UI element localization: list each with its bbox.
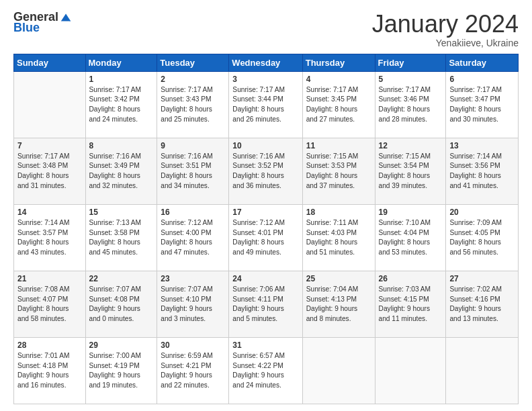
day-info: Sunrise: 6:59 AMSunset: 4:21 PMDaylight:… [161,351,225,391]
day-info: Sunrise: 7:09 AMSunset: 4:05 PMDaylight:… [449,218,515,258]
day-info: Sunrise: 7:01 AMSunset: 4:18 PMDaylight:… [17,351,82,391]
day-number: 31 [232,340,298,350]
day-info: Sunrise: 7:11 AMSunset: 4:03 PMDaylight:… [306,218,371,258]
day-info: Sunrise: 7:16 AMSunset: 3:49 PMDaylight:… [89,152,154,191]
day-info: Sunrise: 7:12 AMSunset: 4:00 PMDaylight:… [161,218,225,258]
page: General Blue January 2024 Yenakiieve, Uk… [0,0,532,411]
calendar-day-cell: 30Sunrise: 6:59 AMSunset: 4:21 PMDayligh… [157,337,229,404]
day-of-week-header: Friday [375,54,446,71]
calendar-day-cell: 17Sunrise: 7:12 AMSunset: 4:01 PMDayligh… [229,204,302,271]
day-info: Sunrise: 7:12 AMSunset: 4:01 PMDaylight:… [232,218,298,258]
day-of-week-header: Tuesday [157,54,229,71]
logo-blue-text: Blue [13,21,40,35]
day-info: Sunrise: 7:17 AMSunset: 3:44 PMDaylight:… [232,85,298,125]
day-of-week-header: Saturday [446,54,519,71]
calendar-day-cell: 26Sunrise: 7:03 AMSunset: 4:15 PMDayligh… [375,271,446,337]
calendar-title: January 2024 [372,11,519,38]
day-info: Sunrise: 7:15 AMSunset: 3:53 PMDaylight:… [306,152,371,191]
day-info: Sunrise: 7:17 AMSunset: 3:46 PMDaylight:… [379,85,443,125]
day-number: 27 [449,274,515,283]
day-number: 6 [449,75,515,84]
calendar-day-cell: 2Sunrise: 7:17 AMSunset: 3:43 PMDaylight… [157,71,229,138]
day-info: Sunrise: 7:14 AMSunset: 3:56 PMDaylight:… [449,152,515,191]
calendar-day-cell: 20Sunrise: 7:09 AMSunset: 4:05 PMDayligh… [446,204,519,271]
day-of-week-header: Sunday [14,54,86,71]
day-number: 1 [89,75,154,84]
calendar-day-cell: 21Sunrise: 7:08 AMSunset: 4:07 PMDayligh… [14,271,86,337]
calendar-day-cell: 7Sunrise: 7:17 AMSunset: 3:48 PMDaylight… [14,138,86,204]
calendar-day-cell: 3Sunrise: 7:17 AMSunset: 3:44 PMDaylight… [229,71,302,138]
calendar-day-cell: 24Sunrise: 7:06 AMSunset: 4:11 PMDayligh… [229,271,302,337]
day-number: 17 [232,208,298,217]
day-number: 20 [449,208,515,217]
day-number: 8 [89,141,154,150]
day-number: 7 [17,141,82,150]
day-number: 3 [232,75,298,84]
calendar-day-cell: 18Sunrise: 7:11 AMSunset: 4:03 PMDayligh… [302,204,375,271]
day-number: 28 [17,340,82,350]
calendar-table: SundayMondayTuesdayWednesdayThursdayFrid… [13,54,519,404]
calendar-day-cell: 16Sunrise: 7:12 AMSunset: 4:00 PMDayligh… [157,204,229,271]
calendar-week-row: 28Sunrise: 7:01 AMSunset: 4:18 PMDayligh… [14,337,519,404]
day-info: Sunrise: 7:07 AMSunset: 4:10 PMDaylight:… [161,285,225,324]
calendar-day-cell: 14Sunrise: 7:14 AMSunset: 3:57 PMDayligh… [14,204,86,271]
day-number: 9 [161,141,225,150]
day-number: 10 [232,141,298,150]
day-number: 18 [306,208,371,217]
calendar-day-cell: 6Sunrise: 7:17 AMSunset: 3:47 PMDaylight… [446,71,519,138]
day-number: 12 [379,141,443,150]
day-number: 21 [17,274,82,283]
day-number: 4 [306,75,371,84]
day-number: 14 [17,208,82,217]
calendar-day-cell: 10Sunrise: 7:16 AMSunset: 3:52 PMDayligh… [229,138,302,204]
calendar-day-cell [14,71,86,138]
day-number: 29 [89,340,154,350]
day-info: Sunrise: 7:02 AMSunset: 4:16 PMDaylight:… [449,285,515,324]
day-number: 19 [379,208,443,217]
day-info: Sunrise: 7:04 AMSunset: 4:13 PMDaylight:… [306,285,371,324]
calendar-day-cell: 27Sunrise: 7:02 AMSunset: 4:16 PMDayligh… [446,271,519,337]
day-info: Sunrise: 7:15 AMSunset: 3:54 PMDaylight:… [379,152,443,191]
day-info: Sunrise: 7:17 AMSunset: 3:42 PMDaylight:… [89,85,154,125]
title-block: January 2024 Yenakiieve, Ukraine [372,11,519,48]
day-info: Sunrise: 6:57 AMSunset: 4:22 PMDaylight:… [232,351,298,391]
calendar-week-row: 1Sunrise: 7:17 AMSunset: 3:42 PMDaylight… [14,71,519,138]
day-info: Sunrise: 7:17 AMSunset: 3:43 PMDaylight:… [161,85,225,125]
calendar-week-row: 7Sunrise: 7:17 AMSunset: 3:48 PMDaylight… [14,138,519,204]
calendar-day-cell: 8Sunrise: 7:16 AMSunset: 3:49 PMDaylight… [85,138,157,204]
day-number: 26 [379,274,443,283]
day-info: Sunrise: 7:00 AMSunset: 4:19 PMDaylight:… [89,351,154,391]
calendar-subtitle: Yenakiieve, Ukraine [372,38,519,48]
day-number: 2 [161,75,225,84]
day-info: Sunrise: 7:07 AMSunset: 4:08 PMDaylight:… [89,285,154,324]
day-info: Sunrise: 7:06 AMSunset: 4:11 PMDaylight:… [232,285,298,324]
day-info: Sunrise: 7:03 AMSunset: 4:15 PMDaylight:… [379,285,443,324]
calendar-week-row: 14Sunrise: 7:14 AMSunset: 3:57 PMDayligh… [14,204,519,271]
calendar-week-row: 21Sunrise: 7:08 AMSunset: 4:07 PMDayligh… [14,271,519,337]
day-info: Sunrise: 7:17 AMSunset: 3:48 PMDaylight:… [17,152,82,191]
day-number: 13 [449,141,515,150]
calendar-day-cell: 19Sunrise: 7:10 AMSunset: 4:04 PMDayligh… [375,204,446,271]
calendar-day-cell: 22Sunrise: 7:07 AMSunset: 4:08 PMDayligh… [85,271,157,337]
calendar-day-cell: 31Sunrise: 6:57 AMSunset: 4:22 PMDayligh… [229,337,302,404]
calendar-day-cell: 13Sunrise: 7:14 AMSunset: 3:56 PMDayligh… [446,138,519,204]
day-number: 11 [306,141,371,150]
calendar-day-cell: 11Sunrise: 7:15 AMSunset: 3:53 PMDayligh… [302,138,375,204]
day-info: Sunrise: 7:16 AMSunset: 3:52 PMDaylight:… [232,152,298,191]
day-number: 30 [161,340,225,350]
logo-icon [60,11,72,24]
calendar-day-cell: 25Sunrise: 7:04 AMSunset: 4:13 PMDayligh… [302,271,375,337]
day-of-week-header: Wednesday [229,54,302,71]
day-number: 24 [232,274,298,283]
calendar-day-cell: 28Sunrise: 7:01 AMSunset: 4:18 PMDayligh… [14,337,86,404]
day-info: Sunrise: 7:14 AMSunset: 3:57 PMDaylight:… [17,218,82,258]
calendar-day-cell: 9Sunrise: 7:16 AMSunset: 3:51 PMDaylight… [157,138,229,204]
calendar-day-cell: 15Sunrise: 7:13 AMSunset: 3:58 PMDayligh… [85,204,157,271]
day-info: Sunrise: 7:13 AMSunset: 3:58 PMDaylight:… [89,218,154,258]
day-number: 15 [89,208,154,217]
day-number: 23 [161,274,225,283]
day-of-week-header: Monday [85,54,157,71]
day-number: 16 [161,208,225,217]
day-info: Sunrise: 7:08 AMSunset: 4:07 PMDaylight:… [17,285,82,324]
day-info: Sunrise: 7:17 AMSunset: 3:45 PMDaylight:… [306,85,371,125]
